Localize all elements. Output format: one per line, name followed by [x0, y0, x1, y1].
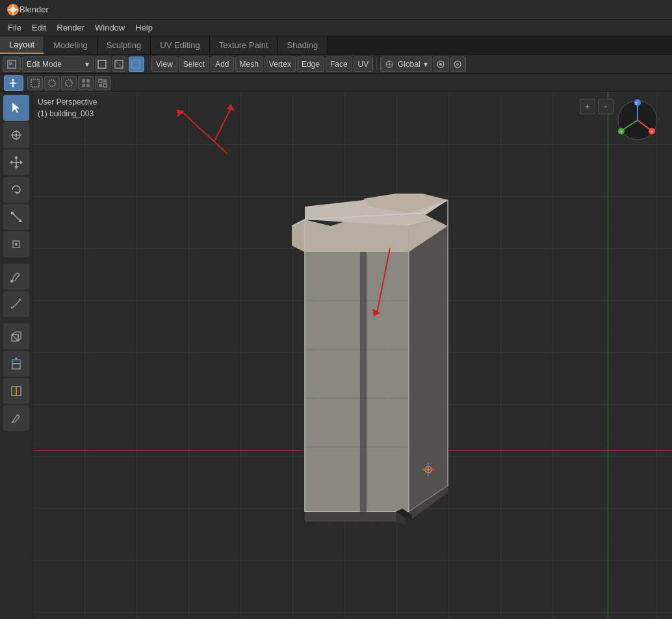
wireframe-mode-btn[interactable] [112, 57, 127, 72]
measure-icon [10, 297, 23, 310]
tab-sculpting[interactable]: Sculpting [97, 36, 151, 54]
tab-uv-editing[interactable]: UV Editing [151, 36, 209, 54]
main-area: User Perspective (1) building_003 [0, 92, 672, 619]
transform-orientation[interactable]: Global ▾ [380, 57, 432, 72]
menu-window[interactable]: Window [90, 21, 130, 34]
tab-texture-paint[interactable]: Texture Paint [210, 36, 278, 54]
svg-text:Z: Z [635, 101, 638, 105]
svg-rect-29 [86, 84, 90, 87]
box-select-icon[interactable] [27, 76, 43, 90]
wire-overlay-icon [114, 60, 123, 69]
extrude-btn[interactable] [3, 351, 29, 377]
app-title: Blender [19, 5, 49, 14]
snap-icon [436, 60, 445, 69]
checker-deselect-icon[interactable] [95, 76, 110, 90]
svg-marker-43 [20, 160, 23, 164]
solid-shading-icon [131, 60, 140, 69]
nav-gizmo[interactable]: Z X Y [615, 97, 667, 149]
workspace-tabs: Layout Modeling Sculpting UV Editing Tex… [0, 36, 672, 55]
svg-marker-56 [12, 332, 21, 341]
annotate-tool-btn[interactable] [3, 264, 29, 290]
mesh-menu[interactable]: Mesh [235, 57, 263, 72]
svg-rect-26 [82, 79, 85, 82]
annotate-icon [10, 270, 23, 283]
view-menu[interactable]: View [151, 57, 177, 72]
measure-tool-btn[interactable] [3, 291, 29, 317]
blender-logo-icon [6, 3, 19, 16]
svg-rect-31 [103, 79, 107, 82]
vertex-menu[interactable]: Vertex [265, 57, 296, 72]
snap-btn[interactable] [433, 57, 449, 72]
select-all-svg [81, 79, 90, 88]
title-bar: Blender [0, 0, 672, 19]
svg-rect-24 [31, 79, 39, 87]
circle-select-icon[interactable] [44, 76, 60, 90]
uv-menu[interactable]: UV [354, 57, 374, 72]
toolbar-sep-2 [376, 58, 377, 71]
loop-cut-btn[interactable] [3, 378, 29, 404]
loop-cut-icon [10, 385, 23, 398]
svg-marker-42 [10, 160, 12, 164]
rotate-tool-btn[interactable] [3, 177, 29, 203]
tab-layout[interactable]: Layout [0, 36, 44, 54]
tab-modeling[interactable]: Modeling [44, 36, 97, 54]
add-cube-btn[interactable] [3, 323, 29, 349]
transform-tool-icon[interactable] [4, 75, 23, 91]
svg-rect-30 [99, 79, 102, 82]
wireframe-icon [97, 60, 107, 69]
svg-line-10 [115, 60, 123, 68]
box-select-svg [31, 79, 40, 88]
move-tool-btn[interactable] [3, 149, 29, 175]
svg-rect-33 [103, 84, 107, 87]
menu-render[interactable]: Render [51, 21, 90, 34]
menu-help[interactable]: Help [130, 21, 158, 34]
svg-point-100 [427, 468, 430, 471]
menu-file[interactable]: File [3, 21, 27, 34]
svg-point-17 [439, 63, 442, 66]
tab-shading[interactable]: Shading [278, 36, 328, 54]
svg-rect-48 [19, 220, 21, 222]
scale-tool-btn[interactable] [3, 204, 29, 230]
left-toolbar [0, 92, 32, 619]
transform-tool-btn[interactable] [3, 231, 29, 257]
transform-origin-marker [432, 472, 442, 482]
add-menu[interactable]: Add [211, 57, 233, 72]
lasso-select-icon[interactable] [61, 76, 77, 90]
svg-text:Y: Y [620, 130, 623, 134]
svg-rect-32 [99, 84, 102, 87]
svg-rect-8 [98, 60, 106, 68]
select-icon [10, 101, 23, 114]
viewport-overlay-btns: + - [580, 99, 614, 114]
scale-icon [10, 210, 23, 223]
zoom-out-btn[interactable]: - [598, 99, 614, 114]
object-label: (1) building_003 [38, 108, 97, 120]
svg-marker-66 [305, 252, 409, 512]
axis-y-line [608, 92, 608, 619]
svg-marker-40 [14, 156, 18, 158]
select-all-icon[interactable] [78, 76, 94, 90]
svg-line-52 [12, 299, 21, 309]
svg-point-1 [10, 7, 16, 12]
edge-menu[interactable]: Edge [297, 57, 324, 72]
svg-marker-22 [12, 79, 14, 81]
svg-point-50 [15, 243, 18, 246]
viewport[interactable]: User Perspective (1) building_003 [32, 92, 672, 619]
knife-btn[interactable] [3, 405, 29, 431]
select-menu[interactable]: Select [179, 57, 209, 72]
cursor-tool-btn[interactable] [3, 122, 29, 148]
solid-mode-btn[interactable] [95, 57, 110, 72]
extrude-icon [10, 357, 23, 370]
select-tool-btn[interactable] [3, 95, 29, 121]
menu-edit[interactable]: Edit [27, 21, 51, 34]
editor-type-btn[interactable] [3, 57, 21, 72]
proportional-btn[interactable] [450, 57, 466, 72]
solid-shading-btn[interactable] [129, 57, 144, 72]
mode-selector[interactable]: Edit Mode ▾ [22, 57, 94, 72]
mode-dropdown-icon: ▾ [85, 60, 89, 69]
svg-rect-28 [82, 84, 85, 87]
svg-rect-5 [15, 9, 18, 10]
face-menu[interactable]: Face [326, 57, 352, 72]
zoom-in-btn[interactable]: + [580, 99, 595, 114]
svg-rect-47 [11, 212, 14, 214]
svg-rect-4 [8, 9, 11, 10]
